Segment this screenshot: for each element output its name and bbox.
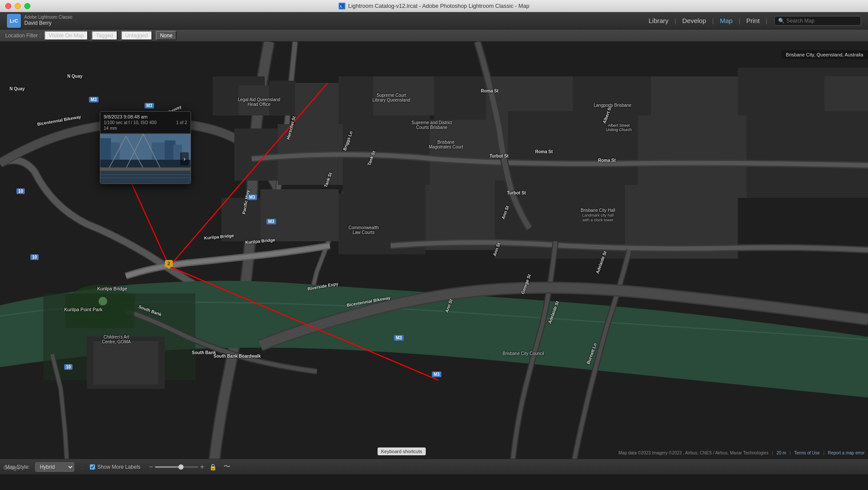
svg-rect-5 xyxy=(239,85,273,115)
popup-focal-length: 14 mm xyxy=(104,126,187,131)
popup-image[interactable]: › xyxy=(100,134,191,184)
popup-meta: 1/100 sec at f / 10, ISO 400 1 of 2 xyxy=(104,120,187,125)
bottom-toolbar: Map Style: Hybrid Satellite Road Map Ter… xyxy=(0,459,868,474)
terms-of-use[interactable]: Terms of Use xyxy=(794,451,820,455)
photo-popup: 9/8/2023 9:08:48 am 1/100 sec at f / 10,… xyxy=(100,111,191,184)
svg-rect-22 xyxy=(746,111,868,198)
window-controls xyxy=(5,3,30,9)
show-more-labels-checkbox[interactable] xyxy=(90,464,95,470)
user-name: David Berry xyxy=(24,20,72,27)
svg-rect-23 xyxy=(221,198,260,241)
nav-links: Library | Develop | Map | Print | xyxy=(94,15,774,26)
window-title: L Lightroom Catalog-v12.lrcat - Adobe Ph… xyxy=(339,3,529,10)
map-style-dropdown[interactable]: Hybrid Satellite Road Map Terrain xyxy=(35,462,74,472)
svg-rect-9 xyxy=(373,76,434,115)
logo-text: Adobe Lightroom Classic David Berry xyxy=(24,14,72,27)
popup-next-arrow[interactable]: › xyxy=(180,152,189,165)
search-icon: 🔍 xyxy=(778,18,785,24)
filter-label: Location Filter : xyxy=(5,33,41,39)
filter-none[interactable]: None xyxy=(156,31,177,40)
slider-fill xyxy=(155,466,181,468)
search-map-input[interactable] xyxy=(786,18,857,24)
svg-rect-39 xyxy=(152,142,165,160)
nav-print[interactable]: Print xyxy=(742,15,764,26)
lrc-badge: LrC xyxy=(7,14,21,28)
slider-minus-icon[interactable]: − xyxy=(149,463,153,471)
popup-image-content xyxy=(100,134,191,184)
map-svg xyxy=(0,42,868,474)
maximize-button[interactable] xyxy=(24,3,30,9)
show-more-labels-label: Show More Labels xyxy=(97,464,140,470)
popup-date: 9/8/2023 9:08:48 am xyxy=(104,114,187,119)
close-button[interactable] xyxy=(5,3,11,9)
wave-icon[interactable]: 〜 xyxy=(224,462,230,471)
scale-label: 20 m xyxy=(776,451,786,455)
titlebar: L Lightroom Catalog-v12.lrcat - Adobe Ph… xyxy=(0,0,868,12)
filter-untagged[interactable]: Untagged xyxy=(121,31,152,40)
filterbar: Location Filter : Visible On Map Tagged … xyxy=(0,30,868,42)
filter-visible-on-map[interactable]: Visible On Map xyxy=(44,31,88,40)
svg-rect-42 xyxy=(100,138,111,160)
logo-area: LrC Adobe Lightroom Classic David Berry xyxy=(7,14,94,28)
city-name: Brisbane City, Queensland, Australia xyxy=(786,52,864,57)
slider-plus-icon[interactable]: + xyxy=(200,463,204,471)
svg-point-36 xyxy=(99,297,107,306)
svg-rect-48 xyxy=(100,168,191,171)
svg-rect-6 xyxy=(269,81,295,115)
map-attribution: Map data ©2023 Imagery ©2023 , Airbus, C… xyxy=(618,451,865,455)
app-name: Adobe Lightroom Classic xyxy=(24,14,72,20)
nav-map[interactable]: Map xyxy=(716,15,737,26)
search-map-box[interactable]: 🔍 xyxy=(774,16,861,26)
nav-library[interactable]: Library xyxy=(644,15,673,26)
filter-tagged[interactable]: Tagged xyxy=(92,31,117,40)
report-error[interactable]: Report a map error xyxy=(828,451,865,455)
svg-rect-49 xyxy=(100,171,191,184)
show-more-labels-toggle[interactable]: Show More Labels xyxy=(90,464,140,470)
map-area[interactable]: Brisbane City, Queensland, Australia 9/8… xyxy=(0,42,868,474)
popup-header: 9/8/2023 9:08:48 am 1/100 sec at f / 10,… xyxy=(100,112,191,134)
nav-develop[interactable]: Develop xyxy=(678,15,710,26)
slider-thumb[interactable] xyxy=(178,464,184,470)
popup-exposure: 1/100 sec at f / 10, ISO 400 xyxy=(104,120,157,125)
city-info-box: Brisbane City, Queensland, Australia xyxy=(781,50,868,59)
minimize-button[interactable] xyxy=(15,3,21,9)
svg-rect-24 xyxy=(260,189,339,241)
svg-rect-35 xyxy=(93,341,158,385)
map-data-text: Map data ©2023 Imagery ©2023 , Airbus, C… xyxy=(618,451,768,455)
navbar: LrC Adobe Lightroom Classic David Berry … xyxy=(0,12,868,30)
popup-count: 1 of 2 xyxy=(176,120,187,125)
map-marker[interactable]: 2 xyxy=(165,260,173,267)
keyboard-shortcuts[interactable]: Keyboard shortcuts xyxy=(378,447,426,455)
app-icon: L xyxy=(339,3,345,10)
svg-text:L: L xyxy=(340,4,342,8)
brightness-slider[interactable]: − + xyxy=(149,463,204,471)
slider-track[interactable] xyxy=(155,466,198,468)
google-watermark: Google xyxy=(3,465,20,471)
lock-icon[interactable]: 🔒 xyxy=(209,464,217,470)
